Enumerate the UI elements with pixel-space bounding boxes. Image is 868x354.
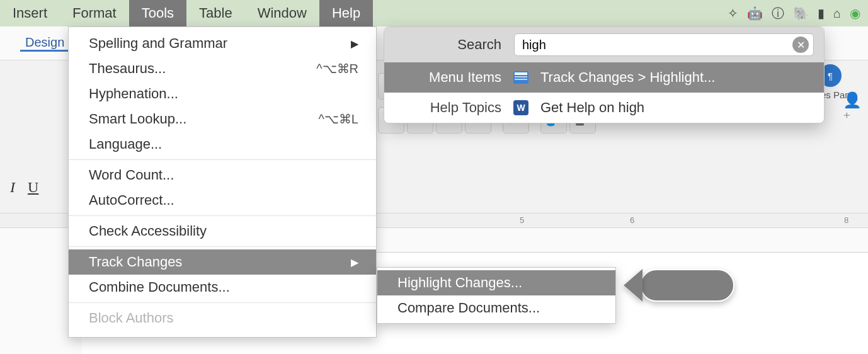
add-user-icon[interactable]: 👤⁺ [843, 98, 864, 120]
tools-combine-documents[interactable]: Combine Documents... [69, 275, 376, 300]
menu-help[interactable]: Help [319, 0, 373, 26]
svg-text:W: W [517, 103, 525, 113]
separator [69, 246, 376, 247]
ruler-tick: 6 [630, 215, 634, 225]
shield-icon[interactable]: ◉ [850, 6, 860, 21]
menu-table[interactable]: Table [186, 0, 245, 26]
help-result-menu-item[interactable]: Menu Items Track Changes > Highlight... [384, 62, 824, 93]
svg-rect-3 [515, 79, 527, 80]
word-icon: W [513, 100, 529, 116]
menu-format[interactable]: Format [60, 0, 129, 26]
tools-dropdown: Spelling and Grammar▶ Thesaurus...^⌥⌘R H… [68, 26, 377, 338]
format-row: I U [10, 179, 38, 196]
callout-pointer [624, 267, 743, 304]
menu-window[interactable]: Window [245, 0, 319, 26]
help-search-label: Search [394, 37, 501, 53]
finder-icon [513, 69, 529, 86]
tools-accessibility[interactable]: Check Accessibility [69, 219, 376, 244]
tools-track-changes[interactable]: Track Changes▶ [69, 249, 376, 275]
help-result-text: Track Changes > Highlight... [540, 69, 814, 86]
home-icon[interactable]: ⌂ [833, 6, 841, 21]
tools-thesaurus[interactable]: Thesaurus...^⌥⌘R [69, 56, 376, 81]
separator [69, 159, 376, 160]
svg-rect-1 [515, 72, 527, 75]
tools-language[interactable]: Language... [69, 132, 376, 157]
submenu-compare-documents[interactable]: Compare Documents... [377, 295, 615, 321]
tools-spelling[interactable]: Spelling and Grammar▶ [69, 31, 376, 56]
tools-block-authors: Block Authors [69, 305, 376, 331]
submenu-highlight-changes[interactable]: Highlight Changes... [377, 270, 615, 295]
menubar: Insert Format Tools Table Window Help ✧ … [0, 0, 868, 26]
robot-icon[interactable]: 🤖 [747, 6, 763, 21]
tools-word-count[interactable]: Word Count... [69, 163, 376, 188]
help-result-topic[interactable]: Help Topics W Get Help on high [384, 93, 824, 123]
track-changes-submenu: Highlight Changes... Compare Documents..… [377, 267, 616, 324]
clear-search-icon[interactable]: ✕ [792, 37, 809, 53]
ruler-tick: 8 [844, 215, 848, 225]
help-panel: Search ✕ Menu Items Track Changes > High… [384, 26, 825, 123]
ruler-tick: 5 [520, 215, 524, 225]
svg-rect-2 [515, 76, 527, 77]
info-icon[interactable]: ⓘ [772, 5, 784, 22]
italic-button[interactable]: I [10, 179, 15, 196]
separator [69, 215, 376, 216]
tools-hyphenation[interactable]: Hyphenation... [69, 81, 376, 106]
help-category-label: Help Topics [394, 100, 501, 116]
help-search-input[interactable] [514, 33, 814, 56]
tab-design[interactable]: Design [20, 35, 69, 52]
menu-tools[interactable]: Tools [129, 0, 186, 26]
tools-smart-lookup[interactable]: Smart Lookup...^⌥⌘L [69, 106, 376, 132]
help-result-text: Get Help on high [540, 100, 814, 116]
tools-autocorrect[interactable]: AutoCorrect... [69, 188, 376, 213]
battery-icon[interactable]: ▮ [818, 6, 825, 21]
help-search-row: Search ✕ [384, 27, 824, 62]
status-icons: ✧ 🤖 ⓘ 🐘 ▮ ⌂ ◉ [728, 0, 868, 26]
dropbox-icon[interactable]: ✧ [728, 6, 738, 21]
submenu-arrow-icon: ▶ [351, 256, 358, 268]
underline-button[interactable]: U [28, 179, 38, 196]
evernote-icon[interactable]: 🐘 [793, 6, 809, 21]
submenu-arrow-icon: ▶ [351, 38, 358, 50]
menu-insert[interactable]: Insert [0, 0, 60, 26]
help-category-label: Menu Items [394, 69, 501, 86]
separator [69, 302, 376, 303]
